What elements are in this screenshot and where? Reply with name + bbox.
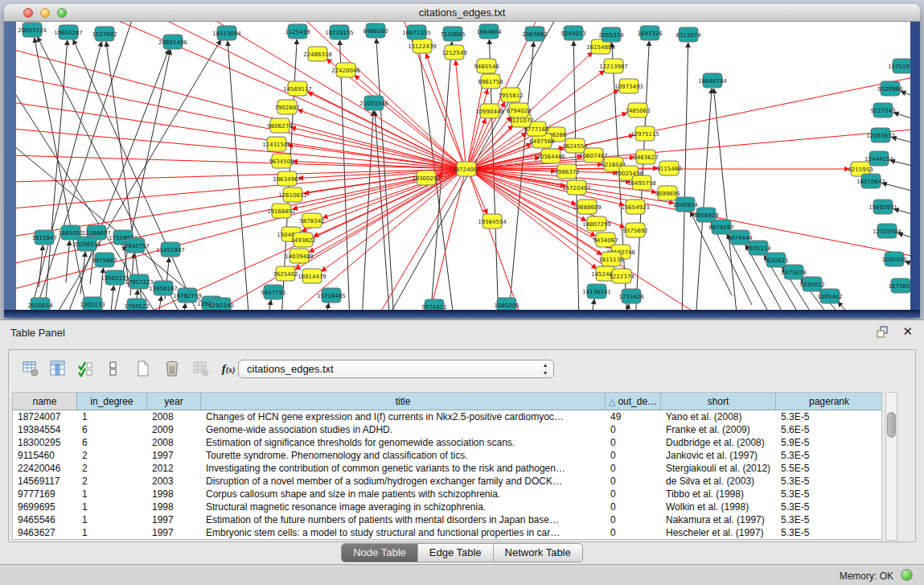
column-header-name[interactable]: name <box>13 393 77 410</box>
graph-node[interactable]: 20553724 <box>18 23 47 37</box>
graph-node[interactable]: 22420046 <box>331 63 360 77</box>
graph-node[interactable]: 9975887 <box>92 253 117 267</box>
table-cell[interactable]: 9777169 <box>13 488 77 501</box>
graph-node[interactable]: 1292340 <box>208 298 233 310</box>
table-cell[interactable]: 0 <box>606 475 661 488</box>
graph-node[interactable]: 11431505 <box>262 137 291 151</box>
graph-node[interactable]: 15720407 <box>562 180 591 195</box>
table-row[interactable]: 977716911998Corpus callosum shape and si… <box>13 488 881 501</box>
table-cell[interactable]: Genome-wide association studies in ADHD. <box>201 423 606 436</box>
graph-node[interactable]: 1733426 <box>618 289 644 303</box>
table-row[interactable]: 911546021997Tourette syndrome. Phenomeno… <box>13 449 881 462</box>
table-cell[interactable]: 1 <box>77 513 147 526</box>
graph-node[interactable]: 1815132 <box>598 252 623 266</box>
table-vertical-scrollbar[interactable] <box>885 392 897 541</box>
table-cell[interactable]: 18724007 <box>13 410 77 423</box>
graph-node[interactable]: 5878342 <box>299 213 324 228</box>
graph-node[interactable]: 10973493 <box>614 79 643 93</box>
column-header-in_degree[interactable]: in_degree <box>77 393 147 410</box>
show-columns-icon[interactable] <box>47 358 68 379</box>
column-header-year[interactable]: year <box>147 393 201 410</box>
graph-node[interactable]: 8313074 <box>676 27 701 42</box>
graph-node[interactable]: 18807299 <box>582 216 611 231</box>
graph-node[interactable]: 19384554 <box>478 214 507 229</box>
row-height-icon[interactable] <box>102 358 123 379</box>
table-mode-icon[interactable] <box>20 358 41 379</box>
graph-node[interactable]: 12975115 <box>630 126 659 141</box>
graph-node[interactable]: 20691406 <box>158 35 187 49</box>
column-header-title[interactable]: title <box>201 393 606 410</box>
table-cell[interactable]: 5.3E-5 <box>776 449 882 462</box>
network-graph-canvas[interactable]: 1872400716154808122139871097349374850631… <box>16 22 910 310</box>
table-cell[interactable]: 2 <box>77 462 147 475</box>
graph-node[interactable]: 6794028 <box>506 103 531 117</box>
graph-node[interactable]: 15654923 <box>621 200 650 214</box>
table-cell[interactable]: 2 <box>77 475 147 488</box>
window-titlebar[interactable]: citations_edges.txt <box>4 4 920 22</box>
graph-node[interactable]: 2087682 <box>522 27 547 41</box>
table-cell[interactable]: 2009 <box>147 423 201 436</box>
table-cell[interactable]: 5.3E-5 <box>776 513 882 526</box>
graph-node[interactable]: 9465546 <box>474 59 499 73</box>
graph-node[interactable]: 7510665 <box>440 27 465 41</box>
graph-node[interactable]: 14136141 <box>582 284 611 299</box>
graph-node[interactable]: 1085205 <box>494 298 519 310</box>
graph-node[interactable]: 5222374 <box>609 269 634 283</box>
table-cell[interactable]: 1998 <box>147 488 201 501</box>
table-cell[interactable]: 49 <box>606 410 661 423</box>
table-cell[interactable]: 5.3E-5 <box>776 526 882 539</box>
create-column-icon[interactable] <box>75 358 96 379</box>
table-cell[interactable]: 2012 <box>147 462 201 475</box>
table-cell[interactable]: 1997 <box>147 526 201 539</box>
table-cell[interactable]: 5.5E-5 <box>776 462 882 475</box>
table-cell[interactable]: 1 <box>77 526 147 539</box>
table-cell[interactable]: 1997 <box>147 513 201 526</box>
graph-node[interactable]: 1305133 <box>80 297 105 310</box>
table-cell[interactable]: Yano et al. (2008) <box>661 410 776 423</box>
function-builder-icon[interactable]: f(x) <box>218 358 239 379</box>
graph-node[interactable]: 2935114 <box>745 241 771 255</box>
graph-node[interactable]: 1697316 <box>637 26 663 40</box>
table-cell[interactable]: 2 <box>77 449 147 462</box>
table-cell[interactable]: Estimation of significance thresholds fo… <box>201 436 606 449</box>
graph-node[interactable]: 12610651 <box>278 187 307 202</box>
table-cell[interactable]: 5.3E-5 <box>776 501 882 513</box>
table-cell[interactable]: 9463627 <box>13 526 77 539</box>
table-cell[interactable]: Franke et al. (2009) <box>661 423 776 436</box>
close-panel-icon[interactable]: ✕ <box>902 324 913 339</box>
graph-node[interactable]: 7955812 <box>498 88 523 102</box>
table-cell[interactable]: 22420046 <box>13 462 77 475</box>
graph-node[interactable]: 22486318 <box>303 47 332 61</box>
graph-node[interactable]: 1664604 <box>476 24 502 39</box>
graph-node[interactable]: 18313094 <box>212 26 241 40</box>
graph-node[interactable]: 10990448 <box>475 104 504 118</box>
table-cell[interactable]: 19384554 <box>13 423 77 436</box>
column-header-pagerank[interactable]: pagerank <box>776 393 882 410</box>
table-row[interactable]: 1872400712008Changes of HCN gene express… <box>13 410 881 423</box>
table-cell[interactable]: 9465546 <box>13 513 77 526</box>
table-cell[interactable]: 6 <box>77 423 147 436</box>
table-cell[interactable]: Disruption of a novel member of a sodium… <box>201 475 606 488</box>
graph-node[interactable]: 3624554 <box>562 138 588 153</box>
table-cell[interactable]: 1997 <box>147 449 201 462</box>
table-cell[interactable]: 1 <box>77 410 147 423</box>
table-cell[interactable]: Tibbo et al. (1998) <box>661 488 776 501</box>
graph-node[interactable]: 9329966 <box>877 81 903 96</box>
graph-node[interactable]: 9245012 <box>799 277 824 291</box>
delete-table-icon[interactable] <box>162 358 183 379</box>
tab-edge-table[interactable]: Edge Table <box>418 544 494 562</box>
table-cell[interactable]: Structural magnetic resonance image aver… <box>201 501 606 513</box>
table-cell[interactable]: 0 <box>606 501 661 513</box>
table-row[interactable]: 1456911722003Disruption of a novel membe… <box>13 475 881 488</box>
table-row[interactable]: 969969511998Structural magnetic resonanc… <box>13 501 881 513</box>
table-cell[interactable]: 0 <box>606 462 661 475</box>
graph-node[interactable]: 7485063 <box>625 103 650 117</box>
table-cell[interactable]: Tourette syndrome. Phenomenology and cla… <box>201 449 606 462</box>
graph-node[interactable]: 2020654 <box>27 298 53 310</box>
graph-node[interactable]: 1212549 <box>441 45 466 60</box>
graph-node[interactable]: 9115460 <box>656 161 681 175</box>
graph-node[interactable]: 9806274 <box>267 118 293 133</box>
node-table[interactable]: namein_degreeyeartitle△ out_de…shortpage… <box>12 392 882 540</box>
graph-node[interactable]: 1673855 <box>888 278 910 293</box>
graph-node[interactable]: 8471676 <box>781 265 807 279</box>
